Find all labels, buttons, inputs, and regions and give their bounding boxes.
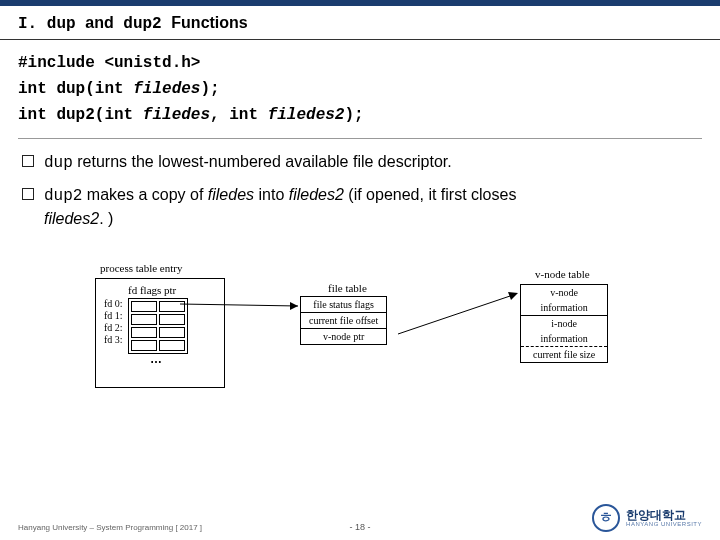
bullet1-code: dup [44,154,73,172]
bullet-square-icon [22,188,34,200]
vnode-row-1: information [521,300,607,315]
bullet2-t2: into [254,186,289,203]
svg-marker-3 [508,292,518,300]
dup2-arg1: filedes [143,106,210,124]
dup2-mid: , int [210,106,268,124]
vnode-row-2: i-node [521,315,607,331]
section-code2: dup2 [123,15,161,33]
logo-english: HANYANG UNIVERSITY [626,521,702,527]
svg-marker-1 [290,302,298,310]
university-logo: ㅎ 한양대학교 HANYANG UNIVERSITY [592,504,702,532]
section-tail: Functions [171,14,247,31]
section-number: I. [18,15,37,33]
dup2-arg2: filedes2 [268,106,345,124]
vnode-table-box: v-node information i-node information cu… [520,284,608,363]
fd-row-3: fd 3: [104,334,123,345]
file-row-2: v-node ptr [301,329,386,344]
bullet2-i3: filedes2 [44,210,99,227]
dup2-pre: int dup2(int [18,106,143,124]
section-code1: dup [47,15,76,33]
fd-header: fd flags ptr [128,284,176,296]
dup-post: ); [200,80,219,98]
page-number: - 18 - [349,522,370,532]
bullet2-t3: (if opened, it first closes [344,186,517,203]
fd-row-2: fd 2: [104,322,123,333]
vnode-row-3: information [521,331,607,346]
arrow-fd-to-file [180,298,310,328]
bullet-list: dup returns the lowest-numbered availabl… [22,151,698,230]
process-table-title: process table entry [100,262,182,274]
bullet2-t4: . ) [99,210,113,227]
section-mid: and [85,14,113,31]
fd-row-1: fd 1: [104,310,123,321]
diagram: process table entry fd flags ptr fd 0: f… [0,248,720,408]
file-row-1: current file offset [301,313,386,329]
dup2-signature: int dup2(int filedes, int filedes2); [18,102,702,128]
bullet2-i1: filedes [208,186,254,203]
footer-text: Hanyang University – System Programming … [18,523,202,532]
section-heading: I. dup and dup2 Functions [0,6,720,40]
bullet2-i2: filedes2 [289,186,344,203]
fd-grid [128,298,188,354]
arrow-file-to-vnode [398,288,528,338]
bullet-1: dup returns the lowest-numbered availabl… [22,151,698,174]
dup-arg: filedes [133,80,200,98]
bullet1-text: returns the lowest-numbered available fi… [73,153,452,170]
dup-signature: int dup(int filedes); [18,76,702,102]
bullet-2: dup2 makes a copy of filedes into filede… [22,184,698,230]
fd-row-0: fd 0: [104,298,123,309]
ellipsis: … [150,352,162,366]
file-table-title: file table [328,282,367,294]
logo-korean: 한양대학교 [626,509,702,521]
api-block: #include <unistd.h> int dup(int filedes)… [18,50,702,139]
svg-line-0 [180,304,298,306]
bullet2-t1: makes a copy of [82,186,207,203]
vnode-table-title: v-node table [535,268,590,280]
vnode-row-0: v-node [521,285,607,300]
file-row-0: file status flags [301,297,386,313]
include-line: #include <unistd.h> [18,50,702,76]
dup-pre: int dup(int [18,80,133,98]
file-table-box: file status flags current file offset v-… [300,296,387,345]
bullet2-code: dup2 [44,187,82,205]
bullet-square-icon [22,155,34,167]
vnode-row-4: current file size [521,346,607,362]
svg-line-2 [398,294,516,334]
logo-emblem-icon: ㅎ [592,504,620,532]
dup2-post: ); [344,106,363,124]
